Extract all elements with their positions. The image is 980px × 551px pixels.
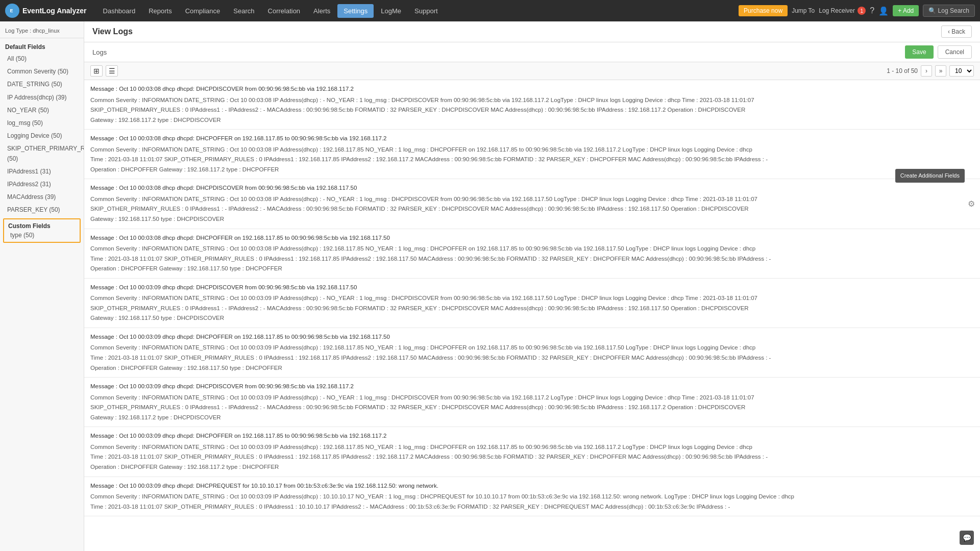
log-fields-1: Common Severity : INFORMATION DATE_STRIN…: [90, 145, 974, 155]
log-fields-1: Common Severity : INFORMATION DATE_STRIN…: [90, 343, 974, 353]
sidebar-item-no-year[interactable]: NO_YEAR (50): [0, 104, 84, 117]
log-message: Message : Oct 10 00:03:09 dhcp dhcpd: DH…: [90, 431, 974, 441]
sidebar-item-macaddress[interactable]: MACAddress (39): [0, 191, 84, 204]
logo-area[interactable]: E EventLog Analyzer: [5, 4, 87, 18]
logs-toolbar: Logs Save Cancel: [84, 42, 980, 62]
grid-view-icon[interactable]: ⊞: [90, 65, 103, 77]
app-logo-icon: E: [5, 4, 19, 18]
sidebar-log-type: Log Type : dhcp_linux: [0, 26, 84, 38]
view-logs-header: View Logs ‹ Back: [84, 21, 980, 42]
list-view-icon[interactable]: ☰: [106, 65, 118, 77]
nav-right: Purchase now Jump To Log Receiver 1 ? 👤 …: [739, 5, 975, 17]
log-entry: Message : Oct 10 00:03:09 dhcp dhcpd: DH…: [84, 378, 980, 427]
jump-to-link[interactable]: Jump To: [792, 7, 815, 14]
log-fields-1: Common Severity : INFORMATION DATE_STRIN…: [90, 293, 974, 304]
log-receiver-link[interactable]: Log Receiver 1: [819, 7, 866, 15]
log-message: Message : Oct 10 00:03:08 dhcp dhcpd: DH…: [90, 84, 974, 94]
logs-label: Logs: [92, 48, 107, 56]
custom-fields-title: Custom Fields: [6, 221, 78, 231]
log-fields-3: Operation : DHCPOFFER Gateway : 192.168.…: [90, 264, 974, 274]
log-fields-1: Common Severity : INFORMATION DATE_STRIN…: [90, 194, 974, 205]
log-message: Message : Oct 10 00:03:09 dhcp dhcpd: DH…: [90, 283, 974, 293]
sidebar-item-date-string[interactable]: DATE_STRING (50): [0, 78, 84, 91]
create-additional-fields-tooltip: Create Additional Fields: [895, 169, 965, 183]
pagination: 1 - 10 of 50 › » 10 25 50: [887, 65, 974, 77]
app-name: EventLog Analyzer: [22, 7, 87, 15]
log-entry: Message : Oct 10 00:03:09 dhcp dhcpd: DH…: [84, 279, 980, 328]
log-fields-2: Time : 2021-03-18 11:01:07 SKIP_OTHER_PR…: [90, 254, 974, 264]
cancel-button[interactable]: Cancel: [938, 45, 972, 59]
purchase-now-button[interactable]: Purchase now: [739, 5, 788, 16]
nav-support[interactable]: Support: [408, 4, 444, 18]
nav-links: Dashboard Reports Compliance Search Corr…: [97, 4, 739, 18]
default-fields-title: Default Fields: [0, 41, 84, 53]
log-fields-2: Time : 2021-03-18 11:01:07 SKIP_OTHER_PR…: [90, 155, 974, 165]
gear-button[interactable]: ⚙: [968, 199, 975, 209]
nav-reports[interactable]: Reports: [142, 4, 178, 18]
log-fields-3: Gateway : 192.168.117.2 type : DHCPDISCO…: [90, 115, 974, 126]
custom-fields-section: Custom Fields type (50): [3, 218, 81, 243]
log-entry: Message : Oct 10 00:03:08 dhcp dhcpd: DH…: [84, 130, 980, 179]
nav-dashboard[interactable]: Dashboard: [97, 4, 142, 18]
log-fields-1: Common Severity : INFORMATION DATE_STRIN…: [90, 442, 974, 453]
add-button[interactable]: + Add: [893, 5, 919, 16]
nav-alerts[interactable]: Alerts: [307, 4, 336, 18]
svg-text:E: E: [10, 8, 13, 13]
sidebar-item-all[interactable]: All (50): [0, 53, 84, 65]
log-entry: Message : Oct 10 00:03:08 dhcp dhcpd: DH…: [84, 229, 980, 279]
sidebar-item-logging-device[interactable]: Logging Device (50): [0, 130, 84, 142]
main-container: Log Type : dhcp_linux Default Fields All…: [0, 21, 980, 551]
log-message: Message : Oct 10 00:03:08 dhcp dhcpd: DH…: [90, 233, 974, 243]
log-entry: Message : Oct 10 00:03:09 dhcp dhcpd: DH…: [84, 328, 980, 378]
toolbar-right: Save Cancel: [905, 45, 972, 59]
sidebar-item-log-msg[interactable]: log_msg (50): [0, 117, 84, 130]
sidebar-item-ip-address[interactable]: IP Address(dhcp) (39): [0, 91, 84, 104]
log-fields-1: Common Severity : INFORMATION DATE_STRIN…: [90, 393, 974, 403]
log-fields-2: Time : 2021-03-18 11:01:07 SKIP_OTHER_PR…: [90, 502, 974, 512]
save-button[interactable]: Save: [905, 45, 933, 59]
log-message: Message : Oct 10 00:03:08 dhcp dhcpd: DH…: [90, 134, 974, 144]
log-fields-1: Common Severity : INFORMATION DATE_STRIN…: [90, 244, 974, 254]
nav-correlation[interactable]: Correlation: [262, 4, 307, 18]
sidebar-item-parser-key[interactable]: PARSER_KEY (50): [0, 204, 84, 216]
sidebar-item-ipaddress1[interactable]: IPAddress1 (31): [0, 165, 84, 178]
search-icon: 🔍: [928, 7, 936, 14]
nav-logme[interactable]: LogMe: [375, 4, 407, 18]
sidebar-item-skip-other[interactable]: SKIP_OTHER_PRIMARY_RULES (50): [0, 142, 84, 165]
per-page-select[interactable]: 10 25 50: [949, 65, 974, 77]
sidebar-item-common-severity[interactable]: Common Severity (50): [0, 65, 84, 78]
nav-search[interactable]: Search: [227, 4, 260, 18]
sidebar-item-ipaddress2[interactable]: IPAddress2 (31): [0, 178, 84, 191]
view-logs-title: View Logs: [92, 27, 133, 36]
prev-page-button[interactable]: ›: [921, 65, 932, 77]
sidebar-item-type[interactable]: type (50): [6, 231, 78, 240]
log-fields-3: Gateway : 192.168.117.50 type : DHCPDISC…: [90, 214, 974, 224]
logs-content: ⊞ ☰ 1 - 10 of 50 › » 10 25 50 Message : …: [84, 62, 980, 551]
log-search-button[interactable]: 🔍 Log Search: [923, 5, 975, 17]
log-message: Message : Oct 10 00:03:09 dhcp dhcpd: DH…: [90, 481, 974, 491]
log-entry: Message : Oct 10 00:03:08 dhcp dhcpd: DH…: [84, 179, 980, 229]
view-icons: ⊞ ☰: [90, 65, 118, 77]
log-message: Message : Oct 10 00:03:09 dhcp dhcpd: DH…: [90, 382, 974, 392]
log-fields-2: SKIP_OTHER_PRIMARY_RULES : 0 IPAddress1 …: [90, 204, 974, 214]
last-page-button[interactable]: »: [935, 65, 946, 77]
top-navigation: E EventLog Analyzer Dashboard Reports Co…: [0, 0, 980, 21]
log-fields-2: SKIP_OTHER_PRIMARY_RULES : 0 IPAddress1 …: [90, 105, 974, 115]
log-entry: Message : Oct 10 00:03:09 dhcp dhcpd: DH…: [84, 477, 980, 517]
log-fields-3: Gateway : 192.168.117.2 type : DHCPDISCO…: [90, 413, 974, 423]
table-controls: ⊞ ☰ 1 - 10 of 50 › » 10 25 50: [84, 62, 980, 80]
log-fields-2: Time : 2021-03-18 11:01:07 SKIP_OTHER_PR…: [90, 452, 974, 462]
log-fields-1: Common Severity : INFORMATION DATE_STRIN…: [90, 492, 974, 502]
log-fields-2: Time : 2021-03-18 11:01:07 SKIP_OTHER_PR…: [90, 353, 974, 363]
nav-compliance[interactable]: Compliance: [179, 4, 227, 18]
notification-badge: 1: [857, 7, 866, 15]
log-message: Message : Oct 10 00:03:09 dhcp dhcpd: DH…: [90, 332, 974, 342]
nav-settings[interactable]: Settings: [337, 4, 374, 18]
log-fields-2: SKIP_OTHER_PRIMARY_RULES : 0 IPAddress1 …: [90, 403, 974, 413]
user-icon[interactable]: 👤: [878, 6, 889, 16]
question-icon[interactable]: ?: [870, 6, 874, 15]
content-area: View Logs ‹ Back Logs Save Cancel ⊞ ☰ 1 …: [84, 21, 980, 551]
chat-icon[interactable]: 💬: [960, 531, 974, 545]
log-fields-3: Operation : DHCPOFFER Gateway : 192.168.…: [90, 165, 974, 175]
back-button[interactable]: ‹ Back: [941, 26, 972, 38]
